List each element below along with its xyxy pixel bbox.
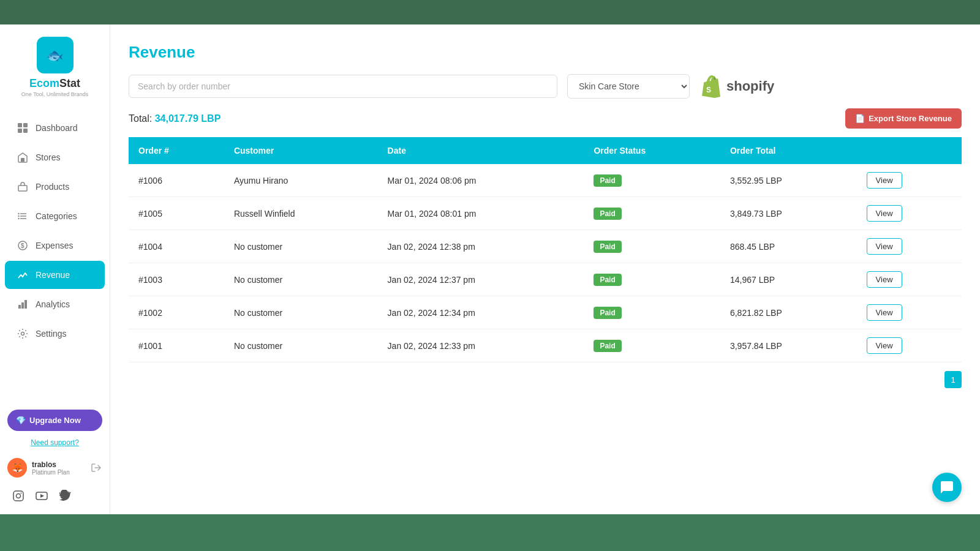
col-action (857, 137, 962, 164)
svg-rect-5 (23, 129, 28, 133)
svg-point-21 (17, 494, 21, 498)
cell-status: Paid (584, 296, 720, 329)
col-status: Order Status (584, 137, 720, 164)
dollar-icon: $ (16, 239, 29, 252)
cell-action: View (857, 164, 962, 197)
sidebar-label-revenue: Revenue (36, 270, 70, 280)
app-logo: 🐟 (37, 37, 74, 73)
user-area: 🦊 trablos Platinum Plan (0, 452, 110, 484)
app-subtitle: One Tool, Unlimited Brands (21, 91, 88, 97)
svg-marker-24 (40, 494, 44, 498)
table-row: #1004 No customer Jan 02, 2024 12:38 pm … (129, 230, 962, 263)
sidebar-item-dashboard[interactable]: Dashboard (5, 114, 105, 142)
cell-date: Jan 02, 2024 12:37 pm (378, 263, 584, 296)
upgrade-button[interactable]: 💎 Upgrade Now (7, 410, 102, 431)
svg-point-12 (18, 216, 19, 217)
cell-total: 3,552.95 LBP (720, 164, 857, 197)
cell-action: View (857, 329, 962, 362)
cell-order: #1004 (129, 230, 224, 263)
cell-action: View (857, 230, 962, 263)
chat-bubble-button[interactable] (932, 473, 962, 502)
grid-icon (16, 121, 29, 135)
pdf-icon: 📄 (855, 114, 865, 123)
export-button[interactable]: 📄 Export Store Revenue (845, 108, 962, 129)
shopify-bag-icon: S (699, 74, 722, 99)
view-button[interactable]: View (867, 172, 902, 189)
cell-status: Paid (584, 263, 720, 296)
cell-customer: No customer (224, 230, 378, 263)
col-date: Date (378, 137, 584, 164)
nav-menu: Dashboard Stores Products (0, 107, 110, 405)
svg-text:S: S (706, 86, 711, 94)
col-total: Order Total (720, 137, 857, 164)
cell-date: Jan 02, 2024 12:33 pm (378, 329, 584, 362)
status-badge: Paid (594, 340, 621, 352)
svg-rect-17 (21, 302, 24, 309)
view-button[interactable]: View (867, 205, 902, 222)
svg-point-11 (18, 213, 19, 214)
bottom-bar (0, 514, 980, 551)
cell-order: #1005 (129, 197, 224, 230)
sidebar-item-revenue[interactable]: Revenue (5, 261, 105, 289)
page-title: Revenue (129, 43, 962, 62)
cell-date: Jan 02, 2024 12:38 pm (378, 230, 584, 263)
cell-action: View (857, 296, 962, 329)
logout-icon[interactable] (90, 462, 102, 474)
store-icon (16, 151, 29, 164)
cell-customer: No customer (224, 263, 378, 296)
sidebar-item-expenses[interactable]: $ Expenses (5, 231, 105, 260)
sidebar-item-settings[interactable]: Settings (5, 320, 105, 348)
cell-status: Paid (584, 230, 720, 263)
cell-customer: Russell Winfield (224, 197, 378, 230)
status-badge: Paid (594, 274, 621, 286)
view-button[interactable]: View (867, 271, 902, 288)
cell-date: Mar 01, 2024 08:01 pm (378, 197, 584, 230)
toolbar: Skin Care Store S shopify (129, 74, 962, 99)
chart-icon (16, 298, 29, 311)
user-name: trablos (32, 460, 85, 469)
sidebar-label-stores: Stores (36, 152, 60, 162)
svg-point-22 (21, 493, 22, 494)
view-button[interactable]: View (867, 238, 902, 255)
col-order: Order # (129, 137, 224, 164)
cell-total: 868.45 LBP (720, 230, 857, 263)
status-badge: Paid (594, 208, 621, 220)
table-row: #1005 Russell Winfield Mar 01, 2024 08:0… (129, 197, 962, 230)
shopify-logo: S shopify (699, 74, 774, 99)
cell-total: 14,967 LBP (720, 263, 857, 296)
need-support-link[interactable]: Need support? (0, 438, 110, 447)
search-input[interactable] (129, 75, 557, 98)
svg-text:🐟: 🐟 (47, 47, 64, 64)
view-button[interactable]: View (867, 304, 902, 321)
diamond-icon: 💎 (16, 416, 26, 425)
sidebar-label-settings: Settings (36, 329, 67, 339)
view-button[interactable]: View (867, 337, 902, 354)
total-text: Total: 34,017.79 LBP (129, 113, 221, 124)
twitter-icon[interactable] (58, 489, 72, 503)
sidebar-item-analytics[interactable]: Analytics (5, 290, 105, 318)
sidebar-item-products[interactable]: Products (5, 173, 105, 201)
pagination: 1 (129, 371, 962, 388)
cell-status: Paid (584, 329, 720, 362)
sidebar-item-stores[interactable]: Stores (5, 143, 105, 171)
list-icon (16, 209, 29, 223)
cell-customer: No customer (224, 329, 378, 362)
youtube-icon[interactable] (34, 489, 49, 503)
main-content: Revenue Skin Care Store S shopify Total:… (110, 24, 980, 514)
svg-point-13 (18, 218, 19, 219)
cell-date: Jan 02, 2024 12:34 pm (378, 296, 584, 329)
store-selector[interactable]: Skin Care Store (567, 74, 690, 99)
status-badge: Paid (594, 241, 621, 253)
sidebar-label-expenses: Expenses (36, 241, 73, 250)
sidebar-item-categories[interactable]: Categories (5, 202, 105, 230)
total-row: Total: 34,017.79 LBP 📄 Export Store Reve… (129, 108, 962, 129)
sidebar-label-products: Products (36, 182, 69, 192)
instagram-icon[interactable] (11, 489, 26, 503)
page-button-1[interactable]: 1 (944, 371, 962, 388)
svg-text:$: $ (21, 242, 24, 249)
status-badge: Paid (594, 174, 621, 187)
svg-rect-2 (18, 123, 22, 127)
svg-rect-3 (23, 123, 28, 127)
cell-customer: Ayumu Hirano (224, 164, 378, 197)
cell-action: View (857, 263, 962, 296)
